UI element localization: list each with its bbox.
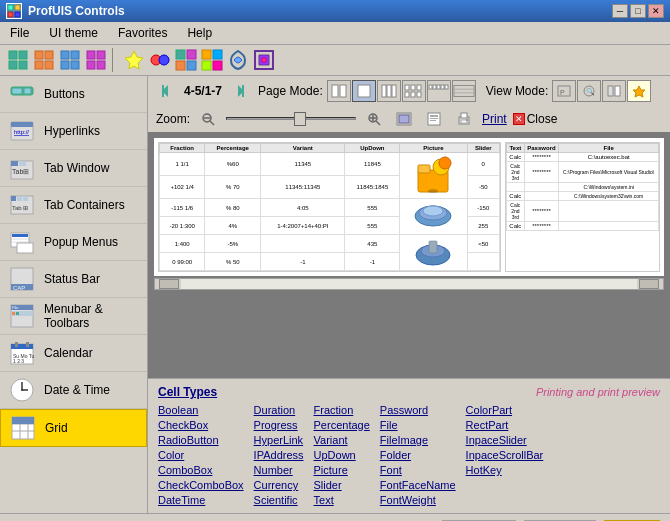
svg-text:http://: http:// bbox=[14, 129, 29, 135]
cell-type-progress[interactable]: Progress bbox=[254, 418, 304, 432]
sidebar-item-tab-containers[interactable]: Tab ⊞ Tab Containers bbox=[0, 187, 147, 224]
toolbar-btn-7[interactable] bbox=[174, 49, 198, 71]
menu-favorites[interactable]: Favorites bbox=[112, 24, 173, 42]
svg-rect-84 bbox=[242, 85, 244, 97]
close-label[interactable]: Close bbox=[527, 112, 558, 126]
svg-rect-15 bbox=[71, 61, 79, 69]
sidebar-item-grid[interactable]: Grid bbox=[0, 409, 147, 447]
cell-type-currency[interactable]: Currency bbox=[254, 478, 304, 492]
cell-type-color[interactable]: Color bbox=[158, 448, 244, 462]
zoom-in-icon[interactable] bbox=[362, 108, 386, 130]
cell-type-duration[interactable]: Duration bbox=[254, 403, 304, 417]
cell-type-text[interactable]: Text bbox=[314, 493, 370, 507]
preview-scroll-area[interactable]: Fraction Percentage Variant UpDown Pictu… bbox=[148, 132, 670, 378]
svg-rect-126 bbox=[461, 113, 467, 118]
cell-types-title[interactable]: Cell Types bbox=[158, 385, 217, 399]
sidebar-item-hyperlinks[interactable]: http:// Hyperlinks bbox=[0, 113, 147, 150]
svg-rect-18 bbox=[87, 61, 95, 69]
cell-type-slider[interactable]: Slider bbox=[314, 478, 370, 492]
maximize-button[interactable]: □ bbox=[630, 4, 646, 18]
cell-type-checkcombobox[interactable]: CheckComboBox bbox=[158, 478, 244, 492]
cell-type-datetime[interactable]: DateTime bbox=[158, 493, 244, 507]
cell-type-file[interactable]: File bbox=[380, 418, 456, 432]
h-scrollbar[interactable] bbox=[154, 278, 664, 290]
cell-type-picture[interactable]: Picture bbox=[314, 463, 370, 477]
cell-type-radiobutton[interactable]: RadioButton bbox=[158, 433, 244, 447]
cell-type-variant[interactable]: Variant bbox=[314, 433, 370, 447]
zoom-fit-icon[interactable] bbox=[392, 108, 416, 130]
menu-ui-theme[interactable]: UI theme bbox=[43, 24, 104, 42]
zoom-out-icon[interactable] bbox=[196, 108, 220, 130]
cell-type-checkbox[interactable]: CheckBox bbox=[158, 418, 244, 432]
sidebar-item-menubar-toolbars[interactable]: File Menubar & Toolbars bbox=[0, 298, 147, 335]
cell-type-fontfacename[interactable]: FontFaceName bbox=[380, 478, 456, 492]
page-mode-btn-5[interactable] bbox=[427, 80, 451, 102]
toolbar-btn-10[interactable] bbox=[252, 49, 276, 71]
zoom-page-icon[interactable] bbox=[422, 108, 446, 130]
cell-type-colorpart[interactable]: ColorPart bbox=[466, 403, 544, 417]
cell-type-fraction[interactable]: Fraction bbox=[314, 403, 370, 417]
sidebar-item-tab-window[interactable]: Tab ⊞ Tab Window bbox=[0, 150, 147, 187]
cell-type-inplacescrollbar[interactable]: InpaceScrollBar bbox=[466, 448, 544, 462]
cell-type-updown[interactable]: UpDown bbox=[314, 448, 370, 462]
toolbar-btn-5[interactable] bbox=[122, 49, 146, 71]
close-control[interactable]: ✕ Close bbox=[513, 112, 558, 126]
view-mode-btn-1[interactable]: P bbox=[552, 80, 576, 102]
toolbar-btn-3[interactable] bbox=[58, 49, 82, 71]
cell-type-rectpart[interactable]: RectPart bbox=[466, 418, 544, 432]
cell-type-hyperlink[interactable]: HyperLink bbox=[254, 433, 304, 447]
sidebar-item-popup-menus[interactable]: Popup Menus bbox=[0, 224, 147, 261]
cell-type-address[interactable]: IPAddress bbox=[254, 448, 304, 462]
close-x-icon[interactable]: ✕ bbox=[513, 113, 525, 125]
toolbar-btn-6[interactable] bbox=[148, 49, 172, 71]
table-row: Calc2nd3rd ******** bbox=[507, 201, 659, 222]
cell-type-hotkey[interactable]: HotKey bbox=[466, 463, 544, 477]
print-icon[interactable] bbox=[452, 108, 476, 130]
cell-type-password[interactable]: Password bbox=[380, 403, 456, 417]
sidebar-item-status-bar[interactable]: CAP Status Bar bbox=[0, 261, 147, 298]
sidebar-item-date-time[interactable]: Date & Time bbox=[0, 372, 147, 409]
menu-help[interactable]: Help bbox=[181, 24, 218, 42]
menu-file[interactable]: File bbox=[4, 24, 35, 42]
toolbar-btn-2[interactable] bbox=[32, 49, 56, 71]
minimize-button[interactable]: ─ bbox=[612, 4, 628, 18]
sidebar-item-calendar[interactable]: Su Mo Tu 1 2 3 Calendar bbox=[0, 335, 147, 372]
cell-type-fileimage[interactable]: FileImage bbox=[380, 433, 456, 447]
toolbar-btn-9[interactable] bbox=[226, 49, 250, 71]
nav-last-icon[interactable] bbox=[226, 80, 250, 102]
cell-type-number[interactable]: Number bbox=[254, 463, 304, 477]
cell-type-percentage[interactable]: Percentage bbox=[314, 418, 370, 432]
sidebar-item-buttons[interactable]: Buttons bbox=[0, 76, 147, 113]
cell-type-scientific[interactable]: Scientific bbox=[254, 493, 304, 507]
cell-type-font[interactable]: Font bbox=[380, 463, 456, 477]
toolbar-btn-8[interactable] bbox=[200, 49, 224, 71]
svg-point-136 bbox=[423, 206, 443, 216]
view-mode-btn-2[interactable]: 🔍 bbox=[577, 80, 601, 102]
cell-types-col-1: Boolean CheckBox RadioButton Color Combo… bbox=[158, 403, 244, 507]
nav-first-icon[interactable] bbox=[156, 80, 180, 102]
toolbar-btn-4[interactable] bbox=[84, 49, 108, 71]
cell-type-combobox[interactable]: ComboBox bbox=[158, 463, 244, 477]
cell-type-fontweight[interactable]: FontWeight bbox=[380, 493, 456, 507]
toolbar-btn-1[interactable] bbox=[6, 49, 30, 71]
page-mode-buttons bbox=[327, 80, 476, 102]
cell-type-folder[interactable]: Folder bbox=[380, 448, 456, 462]
close-button[interactable]: ✕ bbox=[648, 4, 664, 18]
view-mode-btn-3[interactable] bbox=[602, 80, 626, 102]
page-mode-btn-1[interactable] bbox=[327, 80, 351, 102]
page-mode-btn-2[interactable] bbox=[352, 80, 376, 102]
print-label[interactable]: Print bbox=[482, 112, 507, 126]
sidebar-label-tab-window: Tab Window bbox=[44, 161, 109, 175]
page-mode-btn-6[interactable] bbox=[452, 80, 476, 102]
view-mode-btn-4[interactable] bbox=[627, 80, 651, 102]
page-mode-btn-4[interactable] bbox=[402, 80, 426, 102]
svg-text:P: P bbox=[560, 89, 565, 96]
cell-type-boolean[interactable]: Boolean bbox=[158, 403, 244, 417]
cell-type-inplaceslider[interactable]: InpaceSlider bbox=[466, 433, 544, 447]
svg-rect-91 bbox=[405, 85, 409, 90]
sidebar-label-status-bar: Status Bar bbox=[44, 272, 100, 286]
zoom-slider-container[interactable] bbox=[226, 112, 356, 126]
svg-rect-89 bbox=[387, 85, 391, 97]
page-mode-btn-3[interactable] bbox=[377, 80, 401, 102]
svg-rect-90 bbox=[392, 85, 396, 97]
